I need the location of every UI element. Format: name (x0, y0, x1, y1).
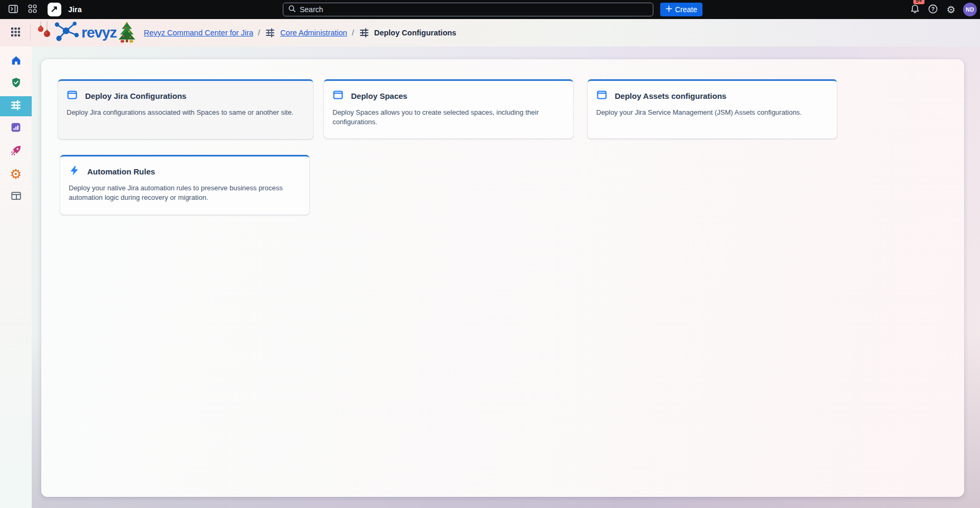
bar-chart-icon (10, 122, 22, 135)
topbar-left-group: Jira (5, 0, 82, 19)
lightning-icon (69, 165, 80, 178)
workspace-background: Deploy Jira Configurations Deploy Jira c… (32, 47, 980, 508)
sliders-icon (10, 99, 22, 113)
card-description: Deploy Spaces allows you to create selec… (332, 108, 565, 127)
app-sidebar: ⚙ (0, 47, 32, 508)
card-description: Deploy Jira configurations associated wi… (67, 108, 304, 117)
sidebar-item-board[interactable] (0, 187, 32, 206)
gear-icon: ⚙ (10, 168, 22, 181)
card-header: Deploy Assets configurations (596, 89, 828, 103)
card-title: Deploy Jira Configurations (85, 91, 187, 100)
card-title: Deploy Assets configurations (615, 91, 726, 100)
app-switcher-icon (27, 4, 38, 15)
card-automation-rules[interactable]: Automation Rules Deploy your native Jira… (60, 155, 309, 215)
breadcrumb: Revyz Command Center for Jira / Core Adm… (144, 19, 456, 47)
sliders-icon (359, 27, 369, 38)
card-description: Deploy your Jira Service Management (JSM… (596, 108, 828, 117)
create-button-label: Create (675, 5, 697, 14)
shield-check-icon (10, 77, 22, 91)
ornaments-icon (34, 21, 52, 44)
breadcrumb-separator: / (352, 29, 354, 37)
window-icon (67, 89, 78, 103)
revyz-logo-text: revyz (81, 24, 117, 41)
card-header: Deploy Spaces (332, 89, 565, 103)
topbar-right-group: 9+ ? ⚙ ND (907, 0, 977, 19)
plus-icon (665, 5, 672, 14)
sidebar-item-settings[interactable]: ⚙ (0, 164, 32, 183)
card-deploy-spaces[interactable]: Deploy Spaces Deploy Spaces allows you t… (324, 79, 573, 138)
card-deploy-jira-configurations[interactable]: Deploy Jira Configurations Deploy Jira c… (58, 79, 313, 139)
search-icon (288, 5, 296, 15)
molecule-icon (52, 20, 80, 45)
christmas-tree-icon (117, 21, 136, 45)
search-placeholder: Search (300, 5, 323, 14)
sidebar-item-deploy-configurations[interactable] (0, 96, 32, 116)
app-name: Jira (68, 5, 82, 14)
top-navigation-bar: Jira Search Create 9+ ? ⚙ ND (0, 0, 980, 19)
settings-button[interactable]: ⚙ (943, 2, 959, 17)
app-header-row: revyz Revyz Command Center for Jira / Co… (0, 19, 980, 47)
question-circle-icon: ? (928, 4, 938, 16)
breadcrumb-separator: / (258, 29, 260, 37)
create-button[interactable]: Create (660, 3, 702, 16)
sidebar-item-launch[interactable] (0, 142, 32, 161)
bell-icon (910, 4, 920, 16)
app-switcher-button[interactable] (24, 2, 40, 17)
apps-grid-button[interactable] (7, 25, 23, 41)
card-title: Deploy Spaces (351, 91, 408, 100)
revyz-logo: revyz (34, 21, 136, 44)
search-input[interactable]: Search (283, 3, 653, 16)
notifications-button[interactable]: 9+ (907, 2, 923, 17)
notification-count-badge: 9+ (913, 0, 924, 4)
card-header: Deploy Jira Configurations (67, 89, 304, 103)
content-panel: Deploy Jira Configurations Deploy Jira c… (41, 59, 964, 497)
window-icon (332, 89, 344, 103)
window-icon (596, 89, 607, 103)
card-header: Automation Rules (69, 165, 301, 178)
sidebar-item-reports[interactable] (0, 119, 32, 138)
sidebar-item-home[interactable] (0, 52, 32, 71)
card-title: Automation Rules (87, 167, 155, 176)
breadcrumb-section-link[interactable]: Core Administration (280, 29, 347, 37)
breadcrumb-root-link[interactable]: Revyz Command Center for Jira (144, 29, 253, 37)
card-description: Deploy your native Jira automation rules… (69, 183, 301, 202)
help-button[interactable]: ? (925, 2, 941, 17)
home-icon (10, 54, 22, 69)
jira-logo-icon (50, 4, 59, 15)
sidebar-item-security[interactable] (0, 74, 32, 93)
avatar[interactable]: ND (963, 3, 977, 16)
sliders-icon (265, 27, 275, 38)
card-deploy-assets-configurations[interactable]: Deploy Assets configurations Deploy your… (588, 79, 837, 138)
header-divider (30, 25, 31, 41)
jira-logo[interactable] (48, 3, 61, 16)
gear-icon: ⚙ (946, 5, 955, 15)
sidebar-toggle-icon (8, 4, 19, 16)
svg-text:?: ? (931, 5, 935, 12)
sidebar-toggle-button[interactable] (5, 2, 21, 17)
rocket-icon (10, 144, 22, 159)
board-icon (10, 190, 22, 204)
breadcrumb-current: Deploy Configurations (374, 29, 456, 37)
grid-icon (10, 26, 21, 39)
